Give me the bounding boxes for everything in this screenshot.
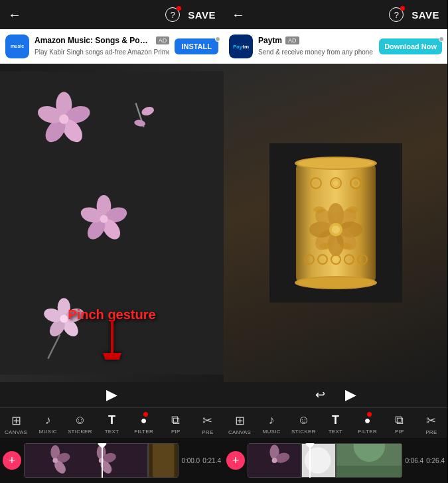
top-bar-right: ← ? SAVE	[224, 0, 447, 29]
tool-music-right[interactable]: ♪ MUSIC	[256, 412, 287, 437]
ad-title-left: Amazon Music: Songs & Podcasts	[35, 36, 153, 45]
tool-canvas-right[interactable]: ⊞ CANVAS	[224, 412, 256, 437]
ad-text-right: Paytm AD Send & receive money from any p…	[258, 36, 374, 57]
undo-button-right[interactable]: ↩	[315, 387, 325, 402]
svg-point-57	[332, 226, 340, 234]
tool-filter-right[interactable]: ● FILTER	[352, 412, 384, 437]
left-panel: ← ? SAVE music Amazon Music: Songs & Pod…	[0, 0, 224, 483]
svg-point-68	[305, 447, 331, 474]
pip-icon-right: ⧉	[395, 413, 404, 427]
canvas-icon-left: ⊞	[11, 413, 21, 428]
tool-pre-left[interactable]: ✂ PRE	[192, 412, 224, 437]
ad-badge-right: AD	[285, 36, 299, 44]
svg-point-41	[297, 277, 374, 288]
tool-pip-right[interactable]: ⧉ PIP	[384, 412, 415, 437]
pre-label-left: PRE	[202, 429, 213, 435]
filter-label-left: FILTER	[134, 429, 153, 435]
timeline-strip-left[interactable]	[24, 443, 179, 478]
timeline-right: +	[224, 438, 447, 483]
tool-text-left[interactable]: T TEXT	[96, 412, 127, 437]
svg-point-15	[100, 215, 108, 223]
install-button[interactable]: INSTALL	[175, 38, 218, 54]
pre-icon-left: ✂	[202, 413, 212, 428]
ad-subtitle-left: Play Kabir Singh songs ad-free Amazon Pr…	[35, 48, 169, 56]
canvas-label-right: CANVAS	[228, 429, 251, 435]
sticker-icon-left: ☺	[74, 413, 86, 427]
sticker-label-right: STICKER	[291, 429, 316, 435]
svg-rect-70	[336, 466, 402, 477]
text-label-left: TEXT	[105, 429, 119, 435]
svg-point-21	[60, 314, 68, 322]
add-button-left[interactable]: +	[3, 451, 21, 470]
top-bar-right-right: ? SAVE	[389, 7, 439, 22]
ad-text-left: Amazon Music: Songs & Podcasts AD Play K…	[35, 36, 169, 57]
svg-point-6	[59, 114, 68, 123]
golden-cup-background	[224, 64, 447, 382]
timeline-thumb-right-flowers	[248, 443, 301, 478]
download-btn-info-dot	[439, 36, 444, 42]
timeline-strip-right[interactable]	[248, 443, 402, 478]
filter-icon-left: ●	[141, 413, 147, 427]
music-icon-right: ♪	[269, 413, 275, 427]
canvas-icon-right: ⊞	[235, 413, 245, 428]
tool-filter-left[interactable]: ● FILTER	[128, 412, 160, 437]
tool-sticker-left[interactable]: ☺ STICKER	[64, 412, 96, 437]
svg-point-39	[297, 158, 374, 169]
bottom-toolbar-left: ⊞ CANVAS ♪ MUSIC ☺ STICKER T TEXT ● FILT…	[0, 407, 224, 438]
pip-icon-left: ⧉	[171, 413, 180, 427]
tool-music-left[interactable]: ♪ MUSIC	[32, 412, 64, 437]
sticker-icon-right: ☺	[297, 413, 309, 427]
help-wrap-right: ?	[389, 7, 404, 22]
top-bar-right-left: ? SAVE	[165, 7, 216, 22]
filter-label-right: FILTER	[358, 429, 377, 435]
canvas-label-left: CANVAS	[5, 429, 27, 435]
pip-label-right: PIP	[395, 429, 404, 435]
ad-subtitle-right: Send & receive money from any phone ...	[258, 48, 374, 56]
add-button-right[interactable]: +	[226, 451, 245, 470]
tool-text-right[interactable]: T TEXT	[319, 412, 351, 437]
pip-label-left: PIP	[171, 429, 181, 435]
svg-rect-35	[153, 444, 175, 477]
filter-icon-right: ●	[364, 413, 371, 427]
filter-dot-right	[367, 412, 372, 417]
pre-label-right: PRE	[425, 429, 437, 435]
play-button-left[interactable]: ▶	[106, 386, 117, 403]
tool-sticker-right[interactable]: ☺ STICKER	[287, 412, 319, 437]
golden-cup-svg	[269, 143, 402, 303]
install-btn-info-dot	[215, 36, 220, 42]
tool-pip-left[interactable]: ⧉ PIP	[160, 412, 192, 437]
help-wrap-left: ?	[165, 7, 180, 22]
ad-banner-left: music Amazon Music: Songs & Podcasts AD …	[0, 29, 224, 64]
save-button-left[interactable]: SAVE	[188, 9, 216, 21]
time-end-left: 0:21.4	[202, 457, 221, 464]
video-preview-left: Pinch gesture	[0, 64, 224, 382]
text-icon-left: T	[108, 413, 115, 427]
play-button-right[interactable]: ▶	[345, 386, 356, 403]
save-button-right[interactable]: SAVE	[411, 9, 439, 21]
svg-rect-25	[25, 444, 147, 477]
back-button-right[interactable]: ←	[232, 7, 245, 23]
pre-icon-right: ✂	[426, 413, 436, 428]
download-button[interactable]: Download Now	[379, 38, 442, 54]
tool-pre-right[interactable]: ✂ PRE	[415, 412, 447, 437]
ad-title-right: Paytm	[258, 36, 282, 45]
playhead-left	[102, 443, 103, 478]
music-label-right: MUSIC	[263, 429, 281, 435]
play-area-left: ▶	[0, 382, 224, 407]
timeline-left: +	[0, 438, 224, 483]
video-preview-right	[224, 64, 447, 382]
music-icon-left: ♪	[45, 413, 51, 427]
help-red-dot-left	[177, 6, 181, 11]
ad-banner-right: Paytm Paytm AD Send & receive money from…	[224, 29, 447, 64]
timeline-thumb-golden	[148, 443, 179, 478]
text-icon-right: T	[332, 413, 339, 427]
sticker-label-left: STICKER	[68, 429, 92, 435]
timeline-thumb-right-white	[301, 443, 335, 478]
tool-canvas-left[interactable]: ⊞ CANVAS	[0, 412, 32, 437]
time-start-left: 0:00.0	[181, 457, 200, 464]
svg-point-66	[272, 458, 277, 463]
timeline-thumb-flowers	[24, 443, 148, 478]
play-area-right: ↩ ▶	[224, 382, 447, 407]
time-start-right: 0:06.4	[405, 457, 423, 464]
back-button-left[interactable]: ←	[8, 7, 21, 23]
